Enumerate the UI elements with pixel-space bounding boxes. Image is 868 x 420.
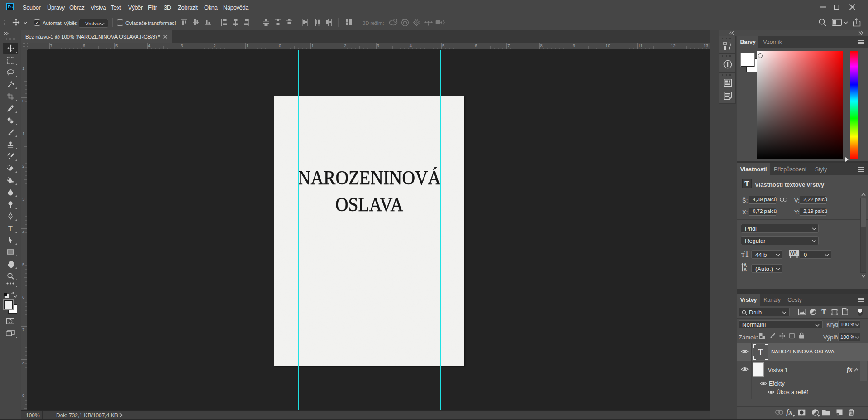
svg-text:T: T	[758, 348, 763, 357]
svg-text:T: T	[8, 225, 13, 232]
svg-text:A: A	[744, 267, 747, 272]
svg-text:VA: VA	[790, 250, 797, 256]
svg-text:T: T	[744, 250, 749, 258]
svg-text:T: T	[821, 308, 826, 315]
